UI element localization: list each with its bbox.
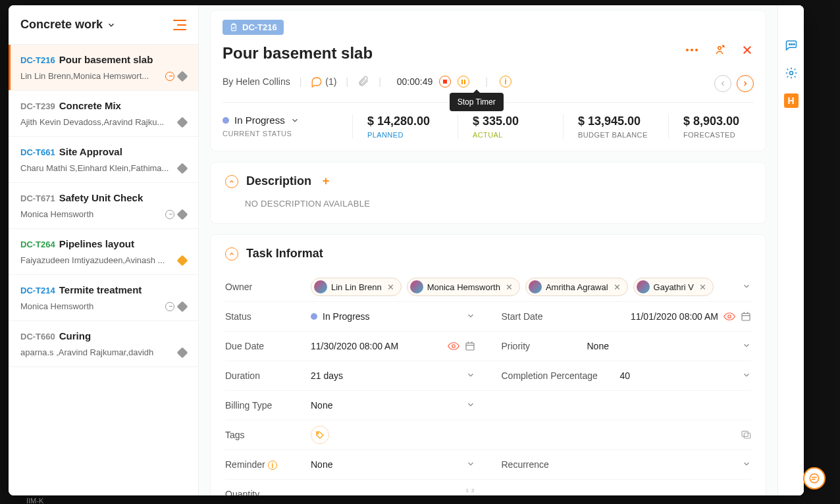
start-date-field[interactable]: Start Date 11/01/2020 08:00 AM	[502, 302, 752, 331]
fin-balance: $ 13,945.00BUDGET BALANCE	[563, 114, 648, 139]
fin-forecast: $ 8,903.00FORECASTED	[668, 114, 754, 139]
comment-icon	[311, 76, 323, 88]
more-icon[interactable]	[685, 43, 698, 57]
stop-timer-button[interactable]	[439, 76, 451, 88]
close-icon[interactable]	[741, 43, 754, 57]
svg-point-23	[789, 72, 793, 75]
task-id: DC-T264	[20, 239, 55, 249]
chevron-down-icon	[107, 20, 116, 30]
priority-diamond-icon	[177, 163, 188, 174]
add-description-button[interactable]: +	[319, 175, 332, 188]
svg-point-12	[452, 345, 455, 348]
owner-chip[interactable]: Amritha Agrawal✕	[525, 278, 628, 296]
pause-timer-button[interactable]	[458, 76, 469, 88]
task-assignees: Monica Hemsworth	[20, 209, 161, 219]
svg-point-17	[317, 433, 319, 434]
svg-point-4	[718, 47, 722, 50]
billing-field[interactable]: Billing Type None	[225, 391, 475, 420]
next-task-button[interactable]	[737, 75, 754, 92]
attachment-icon[interactable]	[357, 76, 369, 88]
owner-chip[interactable]: Lin Lin Brenn✕	[311, 278, 402, 296]
owner-chip[interactable]: Gayathri V✕	[633, 278, 714, 296]
task-info-title: Task Informat	[246, 247, 323, 261]
sidebar-task-item[interactable]: DC-T264Pipelines layout Faiyazudeen Imti…	[9, 229, 198, 275]
task-header-card: DC-T216 Pour basement slab By Helen Coll…	[211, 11, 766, 151]
sidebar-task-item[interactable]: DC-T216Pour basement slab Lin Lin Brenn,…	[9, 45, 198, 91]
owner-label: Owner	[225, 282, 311, 292]
owner-expand[interactable]	[742, 282, 751, 293]
sidebar-task-item[interactable]: DC-T239Concrete Mix Ajith Kevin Devadoss…	[9, 91, 198, 137]
eye-icon	[723, 313, 735, 320]
task-assignees: aparna.s ,Aravind Rajkumar,davidh	[20, 347, 174, 357]
comments-button[interactable]: (1)	[311, 76, 336, 88]
h-badge-icon[interactable]: H	[784, 93, 799, 108]
info-icon: i	[268, 461, 277, 470]
stop-timer-tooltip: Stop Timer	[450, 93, 504, 111]
completion-field[interactable]: Completion Percentage 40	[502, 361, 752, 390]
sidebar-task-item[interactable]: DC-T661Site Approval Charu Mathi S,Einha…	[9, 137, 198, 183]
status-field[interactable]: Status In Progress	[225, 302, 475, 331]
collapse-icon[interactable]	[225, 175, 238, 188]
info-icon: i	[500, 76, 512, 88]
chat-fab-button[interactable]	[803, 467, 826, 490]
owner-chip[interactable]: Monica Hemsworth✕	[407, 278, 520, 296]
sidebar-task-item[interactable]: DC-T671Safety Unit Check Monica Hemswort…	[9, 183, 198, 229]
remove-owner-icon[interactable]: ✕	[506, 282, 513, 292]
status-text: In Progress	[234, 114, 285, 126]
prev-task-button[interactable]	[714, 75, 731, 92]
sidebar-task-item[interactable]: DC-T660Curing aparna.s ,Aravind Rajkumar…	[9, 321, 198, 367]
timer-icon	[165, 210, 174, 219]
clipboard-icon	[229, 23, 238, 32]
task-name: Pipelines layout	[59, 238, 134, 249]
share-icon[interactable]	[713, 43, 726, 57]
calendar-icon[interactable]	[741, 311, 751, 322]
status-dot-icon	[223, 117, 229, 124]
task-name: Termite treatment	[59, 284, 142, 295]
sidebar-task-item[interactable]: DC-T214Termite treatment Monica Hemswort…	[9, 275, 198, 321]
svg-rect-0	[232, 24, 236, 30]
description-title: Description	[246, 174, 311, 188]
reminder-field[interactable]: Reminderi None	[225, 450, 475, 479]
sidebar-project-selector[interactable]: Concrete work	[20, 18, 116, 32]
financial-summary: $ 14,280.00PLANNED $ 335.00ACTUAL $ 13,9…	[352, 114, 754, 139]
task-id-chip[interactable]: DC-T216	[223, 20, 284, 35]
info-button[interactable]: i	[497, 76, 512, 88]
status-dot-icon	[311, 313, 317, 320]
remove-owner-icon[interactable]: ✕	[699, 282, 706, 292]
filter-icon[interactable]	[173, 20, 186, 30]
remove-owner-icon[interactable]: ✕	[614, 282, 621, 292]
avatar-icon	[314, 280, 327, 293]
duration-field[interactable]: Duration 21 days	[225, 361, 475, 390]
task-name: Safety Unit Check	[59, 192, 144, 203]
tags-extra-icon[interactable]	[741, 430, 751, 441]
add-tag-button[interactable]	[311, 426, 329, 444]
owner-row: Owner Lin Lin Brenn✕Monica Hemsworth✕Amr…	[225, 272, 751, 301]
eye-icon	[448, 342, 459, 350]
priority-field[interactable]: Priority None	[502, 332, 752, 361]
recurrence-field[interactable]: Recurrence	[502, 450, 752, 479]
chat-icon[interactable]	[784, 38, 799, 53]
quantity-field[interactable]: Quantity 1 23 4	[225, 480, 475, 495]
svg-rect-13	[466, 343, 474, 350]
svg-rect-8	[742, 313, 750, 320]
priority-diamond-icon	[177, 70, 188, 82]
priority-diamond-icon	[177, 116, 188, 128]
task-id: DC-T661	[20, 147, 55, 157]
due-date-field[interactable]: Due Date 11/30/2020 08:00 AM	[225, 332, 475, 361]
task-list: DC-T216Pour basement slab Lin Lin Brenn,…	[9, 45, 198, 495]
calendar-icon[interactable]	[465, 341, 475, 351]
settings-icon[interactable]	[784, 66, 799, 80]
prev-next-nav	[714, 75, 754, 92]
task-id-chip-text: DC-T216	[242, 22, 277, 32]
svg-point-7	[728, 315, 731, 318]
description-card: Description + NO DESCRIPTION AVAILABLE	[211, 163, 766, 223]
task-id: DC-T214	[20, 286, 55, 295]
task-assignees: Ajith Kevin Devadoss,Aravind Rajku...	[20, 117, 174, 127]
priority-diamond-icon	[177, 301, 188, 312]
svg-point-2	[691, 49, 693, 51]
status-selector[interactable]: In Progress	[223, 114, 352, 126]
collapse-icon[interactable]	[225, 247, 238, 261]
owner-name: Lin Lin Brenn	[331, 282, 382, 292]
timer-display: 00:00:49 Stop Timer	[390, 73, 477, 90]
remove-owner-icon[interactable]: ✕	[387, 282, 394, 292]
